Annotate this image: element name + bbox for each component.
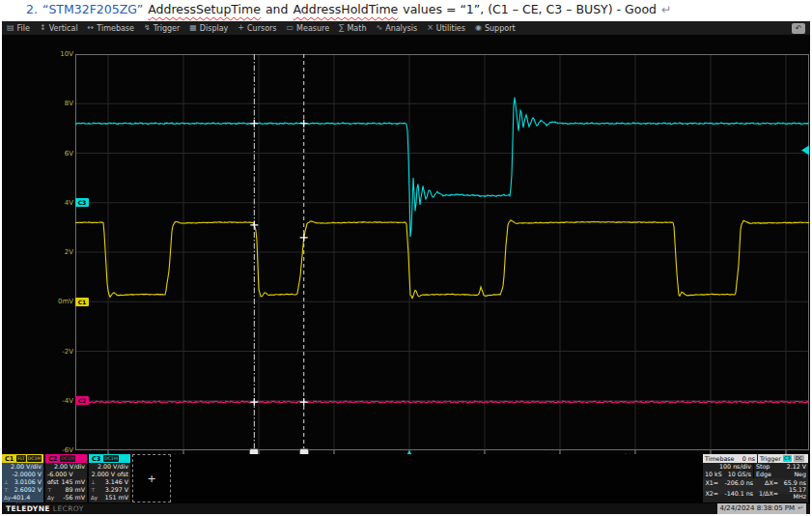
- menu-item-trigger[interactable]: ↯Trigger: [144, 24, 180, 33]
- descriptor-row-1: -6.000 V ofst: [45, 471, 87, 478]
- row-prefix: ⊥: [91, 478, 96, 486]
- dx-value: 65.9 ns: [778, 479, 806, 486]
- menu-item-analysis[interactable]: ∿Analysis: [376, 24, 417, 33]
- brand-teledyne: TELEDYNE: [6, 504, 50, 513]
- menu-label-cursors: Cursors: [247, 24, 276, 33]
- scope-screen: 10V8V6V4V2V0mV-2V-4V-6V -400 ns-300 ns-2…: [2, 35, 810, 454]
- inv-dx-value: 15.17 MHz: [778, 486, 806, 500]
- timebase-delay: 0 ns: [742, 455, 755, 462]
- menu-item-support[interactable]: ◉Support: [475, 24, 516, 33]
- offset-marker-c1[interactable]: C1: [75, 298, 89, 306]
- x2-value: -140.1 ns: [718, 490, 753, 497]
- row-prefix: ⊤: [47, 486, 52, 494]
- menu-label-timebase: Timebase: [97, 24, 134, 33]
- row-value: 2.00 V/div: [98, 463, 128, 471]
- descriptor-row: C1FLTDC1M2.00 V/div-2.0000 V⊥3.0106 V⊤2.…: [2, 454, 810, 502]
- row-prefix: Δy: [4, 494, 11, 502]
- offset-marker-c3[interactable]: C3: [75, 198, 89, 207]
- tb-samples: 10 kS: [705, 471, 722, 478]
- descriptor-row-4: Δy-56 mV: [45, 494, 87, 502]
- paragraph-mark: ↵: [798, 504, 803, 512]
- menu-item-vertical[interactable]: ↕Vertical: [40, 24, 78, 33]
- row-prefix: ⊥: [4, 478, 9, 486]
- menu-item-file[interactable]: ▤File: [7, 24, 30, 33]
- row-value: 3.0106 V: [14, 478, 42, 486]
- row-prefix: ⊤: [4, 486, 9, 494]
- v-label-5: 0mV: [41, 298, 73, 305]
- cursors-icon: +: [238, 24, 244, 32]
- descriptor-row-3: ⊤2.6092 V: [2, 486, 43, 494]
- descriptor-row-1: 2.000 V ofst: [89, 471, 130, 478]
- offset-marker-c2[interactable]: C2: [75, 396, 89, 405]
- undo-icon[interactable]: ↶: [792, 23, 805, 34]
- menu-item-utilities[interactable]: ×Utilities: [427, 24, 465, 33]
- inv-dx-label: 1/ΔX=: [753, 490, 778, 497]
- title-segment-1: “STM32F205ZG”: [42, 2, 143, 16]
- menu-label-analysis: Analysis: [385, 24, 417, 33]
- menu-bar: ▤File↕Vertical↔Timebase↯Trigger▦Display+…: [2, 21, 810, 35]
- row-value: 2.000 V ofst: [92, 471, 128, 478]
- menu-label-utilities: Utilities: [436, 24, 465, 33]
- file-icon: ▤: [7, 24, 14, 32]
- v-label-0: 10V: [41, 50, 73, 58]
- row-value: 2.6092 V: [14, 486, 42, 494]
- datetime: 4/24/2024 8:38:05 PM: [720, 504, 796, 512]
- row-value: 3.297 V: [105, 486, 128, 494]
- timebase-row2: 10 kS 10 GS/s Edge Neg: [703, 471, 808, 478]
- document-page: 2.“STM32F205ZG”AddressSetupTimeandAddres…: [0, 0, 812, 516]
- trigger-type: Edge: [756, 471, 771, 478]
- cursor2-line-marker: [300, 398, 308, 406]
- timebase-title: Timebase: [705, 455, 734, 462]
- vertical-icon: ↕: [40, 24, 46, 32]
- descriptor-c3[interactable]: C3DC1M2.00 V/div2.000 V ofst⊥3.146 V⊤3.2…: [89, 454, 130, 502]
- datetime-strip: 4/24/2024 8:38:05 PM↵: [717, 503, 806, 514]
- trigger-header[interactable]: Trigger C3 DC: [758, 454, 808, 463]
- descriptor-c1[interactable]: C1FLTDC1M2.00 V/div-2.0000 V⊥3.0106 V⊤2.…: [2, 454, 43, 502]
- tb-scale: 100 ns/div: [719, 463, 751, 471]
- descriptor-header-c3: C3DC1M: [89, 454, 130, 463]
- status-bar: TELEDYNE LECROY 4/24/2024 8:38:05 PM↵: [2, 503, 810, 514]
- add-trace-label: +: [147, 473, 155, 485]
- menu-item-display[interactable]: ▦Display: [189, 24, 228, 33]
- title-segment-4: AddressHoldTime: [293, 2, 398, 16]
- menu-label-math: Math: [347, 24, 366, 33]
- menu-item-math[interactable]: ∑Math: [339, 24, 366, 33]
- descriptor-row-2: ⊥145 mV: [45, 478, 87, 486]
- title-segment-6: ↵: [661, 2, 671, 16]
- row-value: 3.146 V: [105, 478, 128, 486]
- descriptor-row-4: Δy-401.4 mV: [2, 494, 43, 502]
- tb-rate: 10 GS/s: [728, 471, 751, 478]
- menu-label-trigger: Trigger: [154, 24, 181, 33]
- math-icon: ∑: [339, 24, 344, 32]
- menu-item-measure[interactable]: ▭Measure: [287, 24, 330, 33]
- channel-chip-c2: C2: [46, 455, 59, 463]
- row-value: -56 mV: [63, 494, 85, 502]
- menu-label-vertical: Vertical: [49, 24, 78, 33]
- descriptor-row-0: 2.00 V/div: [89, 463, 130, 471]
- trigger-slope: Neg: [794, 471, 806, 478]
- v-label-8: -6V: [41, 446, 73, 454]
- brand-lecroy: LECROY: [53, 504, 84, 513]
- title-segment-0: 2.: [26, 2, 38, 16]
- cursor2-line-marker: [300, 234, 308, 242]
- timebase-header[interactable]: Timebase 0 ns: [703, 454, 757, 463]
- row-prefix: ⊥: [47, 478, 52, 486]
- descriptor-c2[interactable]: C2DC1M2.00 V/div-6.000 V ofst⊥145 mV⊤89 …: [45, 454, 87, 502]
- descriptor-row-3: ⊤3.297 V: [89, 486, 130, 494]
- x2-label: X2=: [703, 490, 718, 497]
- menu-item-cursors[interactable]: +Cursors: [238, 24, 276, 33]
- menu-item-timebase[interactable]: ↔Timebase: [88, 24, 134, 33]
- timebase-trigger-box[interactable]: Timebase 0 ns Trigger C3 DC 100 ns/div: [703, 454, 808, 502]
- row-prefix: Δy: [91, 494, 98, 502]
- coupling-badge: DC1M: [103, 455, 119, 462]
- title-segment-2: AddressSetupTime: [148, 2, 261, 16]
- trace-c1: [75, 220, 809, 299]
- descriptor-row-2: ⊥3.146 V: [89, 478, 130, 486]
- timebase-trigger-header: Timebase 0 ns Trigger C3 DC: [703, 454, 808, 463]
- measure-icon: ▭: [287, 24, 294, 32]
- waveform-plot: [75, 54, 809, 458]
- menu-label-display: Display: [200, 24, 229, 33]
- row-value: -6.000 V ofst: [47, 471, 85, 478]
- add-trace-button[interactable]: +: [132, 454, 171, 502]
- timebase-icon: ↔: [88, 24, 95, 32]
